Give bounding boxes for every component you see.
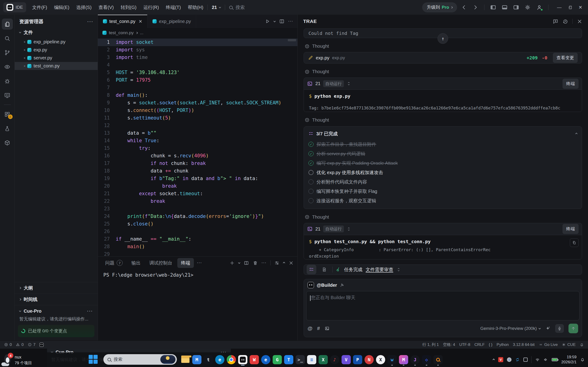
activity-search-button[interactable] (2, 33, 13, 44)
menu-item[interactable]: 终端(T) (166, 4, 181, 10)
app-logo[interactable]: IDE (3, 2, 26, 12)
run-options-chevron[interactable] (274, 20, 276, 22)
taskbar-clock[interactable]: 19:59 2026/2/1 (561, 355, 577, 365)
file-item[interactable]: exp_pipeline.py (15, 38, 98, 46)
toggle-panel-button[interactable] (502, 4, 508, 10)
report-button[interactable] (320, 265, 329, 274)
split-terminal-button[interactable] (244, 260, 249, 266)
taskbar-notepad-app-icon[interactable]: ≡ (307, 354, 317, 366)
terminal-settings-button[interactable] (274, 260, 279, 266)
send-message-button[interactable] (569, 324, 578, 333)
code-line[interactable]: 1import socket (98, 39, 297, 46)
taskbar-bird-app-icon[interactable]: t (204, 354, 213, 366)
task-item[interactable]: ✓编写 exp.py 实现 Padding Oracle Attack (308, 158, 578, 168)
taskbar-reverse-tool-icon[interactable]: ◇ (422, 354, 431, 366)
enhance-prompt-button[interactable] (545, 326, 551, 331)
menu-item[interactable]: 编辑(E) (54, 4, 69, 10)
code-line[interactable]: 2import sys (98, 46, 297, 54)
taskbar-tim-app-icon[interactable]: T (284, 354, 294, 366)
view-changes-button[interactable]: 查看变更 (553, 53, 578, 63)
close-window-button[interactable]: ✕ (575, 2, 586, 12)
thought-row[interactable]: Thought (304, 69, 581, 74)
taskbar-edge-dev-icon[interactable]: e (261, 354, 271, 366)
thought-row[interactable]: Thought (304, 117, 581, 123)
taskbar-wireshark-icon[interactable]: w (387, 354, 397, 366)
task-item[interactable]: 优化 exp.py 使用多线程加速攻击 (308, 168, 578, 177)
split-editor-button[interactable] (279, 19, 285, 24)
code-line[interactable]: 11 s.settimeout(5) (98, 114, 297, 122)
restore-button[interactable] (565, 2, 575, 12)
code-line[interactable]: 18 data += chunk (98, 167, 297, 175)
tray-overflow-button[interactable] (493, 359, 495, 361)
code-editor[interactable]: 1import socket2import sys3import time45H… (98, 38, 297, 257)
files-section-header[interactable]: 文件 (15, 27, 98, 38)
code-line[interactable]: 23 (98, 205, 297, 213)
status-python[interactable]: Python (497, 342, 509, 347)
breadcrumb[interactable]: test_conn.py ... (98, 28, 297, 38)
activity-explorer-button[interactable] (2, 19, 13, 30)
toggle-left-sidebar-button[interactable] (490, 4, 496, 10)
file-item[interactable]: exp.py (15, 46, 98, 54)
attach-image-button[interactable] (325, 326, 330, 331)
status-utf-8[interactable]: UTF-8 (459, 342, 470, 347)
battery-icon[interactable] (552, 358, 558, 361)
task-item[interactable]: 分析附件代码或文件内容 (308, 177, 578, 187)
activity-source-control-button[interactable] (2, 47, 13, 58)
chat-scroll-area[interactable]: Could not find Tag ↑ Thought exp.py exp.… (298, 28, 588, 340)
files-need-review-link[interactable]: 文件需要审查 (366, 267, 393, 273)
start-button[interactable] (88, 355, 98, 364)
minimize-button[interactable]: — (554, 2, 565, 12)
open-terminal-button[interactable]: 终端 (562, 79, 579, 89)
activity-test-lab-button[interactable] (2, 123, 13, 134)
code-line[interactable]: 17 if not chunk: break (98, 160, 297, 167)
taskbar-file-explorer-icon[interactable] (181, 354, 190, 366)
taskbar-chrome-browser-icon[interactable] (226, 354, 236, 366)
code-line[interactable]: 5HOST = '39.106.48.123' (98, 69, 297, 76)
cue-pro-header[interactable]: Cue-Pro ··· (18, 308, 95, 316)
menu-item[interactable]: 转到(G) (121, 4, 137, 10)
model-selector[interactable]: Gemini-3-Pro-Preview (200k) (480, 326, 540, 331)
new-chat-button[interactable] (553, 19, 558, 24)
file-change-card[interactable]: exp.py exp.py +209 -0 查看变更 (304, 52, 582, 64)
notification-bell-icon[interactable] (580, 357, 585, 362)
menu-item[interactable]: 运行(R) (143, 4, 159, 10)
close-tab-button[interactable]: ✕ (138, 19, 142, 24)
upgrade-pro-button[interactable]: 升级到 Pro (422, 2, 457, 12)
code-line[interactable]: 25 s.close() (98, 220, 297, 228)
task-item[interactable]: ✓分析 server.py 代码逻辑 (308, 149, 578, 158)
collapse-tasks-button[interactable] (575, 133, 578, 135)
taskbar-jadx-icon[interactable]: J (410, 354, 420, 366)
voice-input-button[interactable] (555, 324, 564, 333)
taskbar-edge-browser-icon[interactable]: e (215, 354, 225, 366)
code-line[interactable]: 9 s = socket.socket(socket.AF_INET, sock… (98, 99, 297, 107)
new-terminal-button[interactable] (229, 260, 235, 266)
taskbar-xmind-app-icon[interactable]: X (376, 354, 385, 366)
activity-preview-button[interactable] (2, 61, 13, 72)
code-line[interactable]: 29 (98, 250, 297, 257)
activity-package-button[interactable] (2, 137, 13, 148)
menu-item[interactable]: 文件(F) (32, 4, 47, 10)
trae-status-icon[interactable] (40, 343, 44, 347)
code-line[interactable]: 26 (98, 228, 297, 235)
forward-button[interactable] (473, 4, 478, 10)
notifications-bell-button[interactable] (580, 343, 584, 347)
taskbar-powershell-icon[interactable]: >_ (295, 354, 305, 366)
task-item[interactable]: 连接远程服务，观察交互逻辑 (308, 196, 578, 206)
code-line[interactable]: 20 break (98, 182, 297, 190)
file-item[interactable]: test_conn.py (15, 62, 98, 70)
panel-tabs-more-button[interactable]: ··· (197, 261, 202, 265)
code-line[interactable]: 7 (98, 84, 297, 92)
context-hash-button[interactable]: # (317, 325, 320, 332)
settings-gear-button[interactable] (525, 4, 531, 10)
project-switcher[interactable]: 21 (212, 5, 221, 10)
code-line[interactable]: 27if __name__ == "__main__": (98, 235, 297, 243)
menu-item[interactable]: 帮助(H) (188, 4, 203, 10)
code-line[interactable]: 4 (98, 61, 297, 69)
taskbar-trae-ide-icon[interactable] (238, 354, 248, 366)
back-button[interactable] (461, 4, 467, 10)
wifi-icon[interactable] (535, 357, 540, 362)
taskbar-netease-app-icon[interactable]: N (364, 354, 374, 366)
task-list-toggle-button[interactable] (307, 265, 316, 274)
status-3-12-8-64-bit[interactable]: 3.12.8 64-bit (513, 342, 535, 347)
errors-indicator[interactable]: 0 (4, 342, 12, 347)
